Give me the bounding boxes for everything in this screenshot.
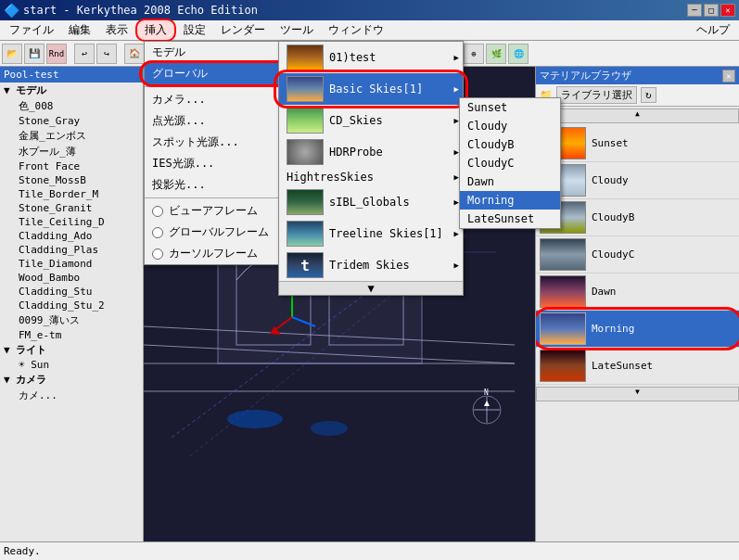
basicskies-cloudyb[interactable]: CloudyB (460, 135, 560, 154)
material-browser-close[interactable]: ✕ (722, 70, 735, 83)
thumb-sibl (287, 189, 324, 215)
toolbar-open[interactable]: 📂 (2, 44, 22, 64)
dropdown-global-basicskies[interactable]: Basic Skies[1] (279, 73, 463, 105)
library-select-btn[interactable]: ライブラリ選択 (556, 86, 637, 104)
minimize-button[interactable]: ─ (687, 4, 702, 17)
library-refresh-btn[interactable]: ↻ (641, 87, 656, 103)
tree-item-4[interactable]: Front Face (0, 159, 143, 173)
dropdown-insert-view-frame[interactable]: ビューアフレーム (145, 200, 291, 222)
menu-settings[interactable]: 設定 (176, 20, 213, 40)
toolbar-undo[interactable]: ↩ (74, 44, 95, 64)
material-browser-title: マテリアルブラウザ (540, 69, 631, 83)
tree-item-5[interactable]: Stone_MossB (0, 173, 143, 187)
basicskies-morning[interactable]: Morning (460, 191, 560, 210)
tree-item-10[interactable]: Cladding_Plas (0, 243, 143, 257)
toolbar-btn-13[interactable]: 🌐 (508, 44, 529, 64)
dropdown-insert-camera[interactable]: カメラ... (145, 89, 291, 110)
sky-label-cloudy: Cloudy (592, 174, 629, 186)
menu-file[interactable]: ファイル (2, 20, 61, 40)
toolbar-redo[interactable]: ↪ (96, 44, 117, 64)
basicskies-sunset[interactable]: Sunset (460, 98, 560, 117)
menu-window[interactable]: ウィンドウ (321, 20, 391, 40)
title-bar-controls: ─ □ ✕ (687, 4, 735, 17)
menu-tools[interactable]: ツール (273, 20, 321, 40)
menu-view[interactable]: 表示 (98, 20, 135, 40)
tree-item-6[interactable]: Tile_Border_M (0, 187, 143, 201)
thumb-test (287, 45, 324, 70)
dropdown-insert-spot-light[interactable]: スポット光源... (145, 132, 291, 153)
basicskies-cloudyc[interactable]: CloudyC (460, 154, 560, 172)
tree-item-7[interactable]: Stone_Granit (0, 201, 143, 215)
basicskies-dawn[interactable]: Dawn (460, 172, 560, 191)
status-bar: Ready. (0, 541, 739, 560)
dropdown-global-sibl[interactable]: sIBL_Globals (279, 186, 463, 218)
tree-item-14[interactable]: Cladding_Stu_2 (0, 299, 143, 312)
dropdown-insert-cursor-frame[interactable]: カーソルフレーム (145, 243, 291, 264)
dropdown-global-hdrprobe[interactable]: HDRProbe (279, 136, 463, 168)
dropdown-separator-1 (145, 86, 291, 87)
sky-item-cloudy[interactable]: Cloudy (536, 162, 739, 199)
left-panel-header: Pool-test (0, 67, 143, 83)
section-lights-toggle[interactable]: ▼ (4, 344, 16, 356)
sky-thumb-dawn (540, 275, 586, 308)
close-button[interactable]: ✕ (720, 4, 735, 17)
menu-edit[interactable]: 編集 (61, 20, 98, 40)
tree-item-1[interactable]: Stone_Gray (0, 114, 143, 128)
dropdown-insert-model[interactable]: モデル (145, 42, 291, 63)
toolbar-btn-11[interactable]: ⊕ (464, 44, 484, 64)
basicskies-latesunset[interactable]: LateSunset (460, 210, 560, 228)
scroll-down-btn[interactable]: ▼ (536, 387, 739, 401)
dropdown-global-test[interactable]: 01)test (279, 42, 463, 73)
dropdown-insert-global[interactable]: グローバル (145, 63, 291, 84)
tree-item-13[interactable]: Cladding_Stu (0, 285, 143, 299)
section-cameras: ▼ カメラ (0, 372, 143, 388)
dropdown-global-tridem[interactable]: t Tridem Skies (279, 249, 463, 281)
dropdown-insert-ies-light[interactable]: IES光源... (145, 153, 291, 174)
dropdown-insert-point-light[interactable]: 点光源... (145, 110, 291, 132)
right-panel-header: マテリアルブラウザ ✕ (536, 67, 739, 84)
tree-item-0[interactable]: 色_008 (0, 98, 143, 114)
menu-insert[interactable]: 挿入 (135, 19, 176, 42)
sky-item-cloudyc[interactable]: CloudyC (536, 236, 739, 274)
sky-item-latesunset[interactable]: LateSunset (536, 348, 739, 385)
tree-item-8[interactable]: Tile_Ceiling_D (0, 215, 143, 229)
menu-help[interactable]: ヘルプ (689, 20, 737, 40)
dropdown-insert-projection-light[interactable]: 投影光... (145, 174, 291, 196)
section-cameras-toggle[interactable]: ▼ (4, 374, 16, 386)
right-panel: マテリアルブラウザ ✕ 📁 ライブラリ選択 ↻ ▲ Sunset Cloudy (535, 67, 739, 541)
dropdown-insert-global-frame[interactable]: グローバルフレーム (145, 222, 291, 243)
tree-item-16[interactable]: FM_e-tm (0, 328, 143, 342)
sky-item-dawn[interactable]: Dawn (536, 274, 739, 311)
maximize-button[interactable]: □ (704, 4, 719, 17)
pool-test-label: Pool-test (4, 69, 59, 81)
dropdown-global-hightresskies[interactable]: HightresSkies (279, 168, 463, 186)
tree-item-11[interactable]: Tile_Diamond (0, 257, 143, 271)
tree-sun[interactable]: ☀ Sun (0, 358, 143, 372)
svg-point-22 (311, 421, 348, 436)
basicskies-cloudy[interactable]: Cloudy (460, 117, 560, 135)
sky-item-sunset[interactable]: Sunset (536, 125, 739, 162)
toolbar-btn-12[interactable]: 🌿 (486, 44, 506, 64)
svg-text:N: N (484, 388, 489, 397)
toolbar-render[interactable]: Rnd (46, 44, 67, 64)
tree-camera[interactable]: カメ... (0, 388, 143, 403)
section-models-toggle[interactable]: ▼ (4, 84, 16, 96)
toolbar-save[interactable]: 💾 (24, 44, 45, 64)
sky-item-morning[interactable]: Morning (536, 311, 739, 348)
sky-item-cloudyb[interactable]: CloudyB (536, 199, 739, 236)
tree-item-2[interactable]: 金属_エンボス (0, 128, 143, 144)
status-text: Ready. (4, 545, 41, 557)
tree-item-12[interactable]: Wood_Bambo (0, 271, 143, 285)
tree-item-9[interactable]: Cladding_Ado (0, 229, 143, 243)
scroll-up-btn[interactable]: ▲ (536, 108, 739, 123)
left-panel: Pool-test ▼ モデル 色_008 Stone_Gray 金属_エンボス… (0, 67, 144, 541)
thumb-tridem: t (287, 252, 324, 278)
dropdown-global-cdskies[interactable]: CD_Skies (279, 105, 463, 136)
toolbar-home[interactable]: 🏠 (124, 44, 145, 64)
dropdown-scroll-down[interactable]: ▼ (279, 281, 463, 295)
tree-item-3[interactable]: 水プール_薄 (0, 144, 143, 159)
menu-render[interactable]: レンダー (213, 20, 273, 40)
dropdown-global-treeline[interactable]: Treeline Skies[1] (279, 218, 463, 249)
tree-item-15[interactable]: 0099_薄いス (0, 312, 143, 328)
sky-label-cloudyb: CloudyB (592, 211, 634, 223)
